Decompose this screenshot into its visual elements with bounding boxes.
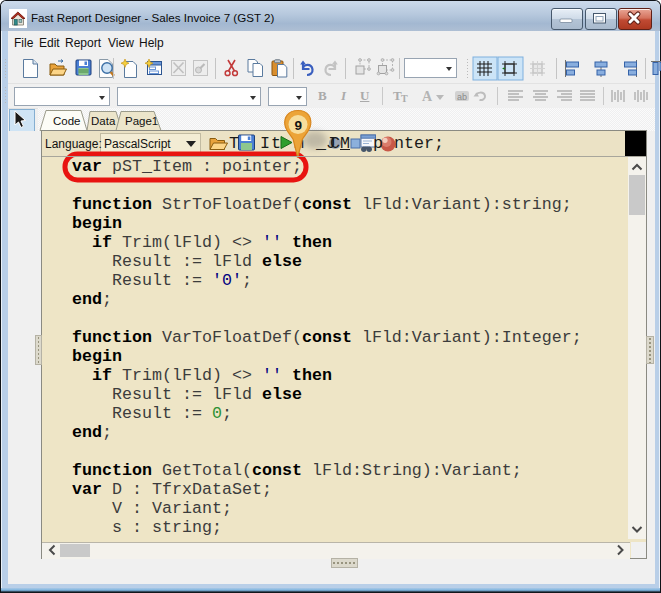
svg-text:Data: Data	[91, 115, 116, 127]
svg-text:Code: Code	[53, 115, 81, 127]
svg-text:Page1: Page1	[125, 115, 158, 127]
svg-text:ab: ab	[457, 92, 467, 102]
svg-text:T: T	[401, 93, 408, 104]
svg-text:9: 9	[294, 118, 302, 133]
svg-text:A: A	[422, 89, 433, 104]
